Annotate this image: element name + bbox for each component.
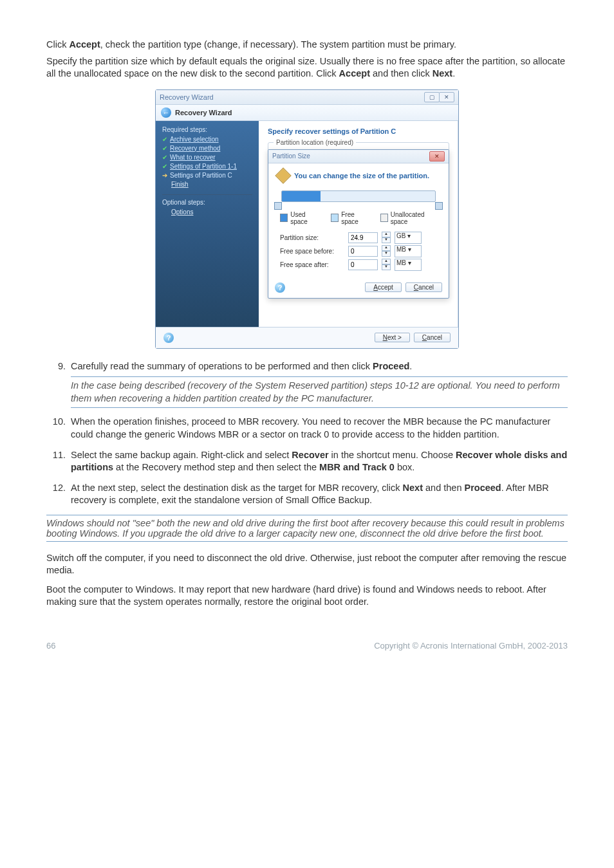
required-steps-label: Required steps: (162, 126, 252, 133)
partition-size-slider[interactable] (281, 190, 436, 202)
wizard-footer: ? Next > Cancel (156, 327, 458, 348)
dialog-titlebar: Partition Size ✕ (268, 150, 449, 163)
subheader-label: Recovery Wizard (175, 109, 232, 116)
dialog-close-button[interactable]: ✕ (429, 151, 445, 162)
kw: Accept (339, 68, 370, 78)
sidebar-item-finish[interactable]: Finish (162, 181, 252, 188)
accept-button[interactable]: Accept (365, 282, 402, 292)
sidebar-item-archive[interactable]: ✔Archive selection (162, 136, 252, 143)
wizard-sidebar: Required steps: ✔Archive selection ✔Reco… (156, 121, 259, 327)
unit-dropdown[interactable]: MB ▾ (395, 245, 422, 257)
kw: Accept (69, 39, 100, 50)
free-after-input[interactable] (348, 259, 378, 270)
slider-handle-right[interactable] (435, 202, 443, 210)
sidebar-item-label: Settings of Partition 1-1 (170, 163, 237, 170)
text: in the shortcut menu. Choose (329, 450, 456, 460)
recovery-wizard-window: Recovery Wizard ▢ ✕ ← Recovery Wizard Re… (155, 89, 459, 349)
sidebar-item-what[interactable]: ✔What to recover (162, 154, 252, 161)
free-after-row: Free space after: ▲▼ MB ▾ (280, 259, 440, 271)
window-title: Recovery Wizard (160, 93, 214, 101)
text: Specify the partition size which by defa… (46, 56, 565, 79)
legend-label: Unallocated space (391, 211, 440, 225)
dialog-message: You can change the size of the partition… (277, 170, 440, 181)
pane-title: Specify recover settings of Partition C (268, 127, 449, 135)
text: Carefully read the summary of operations… (71, 361, 373, 371)
wizard-main-pane: Specify recover settings of Partition C … (259, 121, 458, 327)
step-12: At the next step, select the destination… (68, 482, 568, 507)
close-button[interactable]: ✕ (439, 92, 454, 102)
step-10: When the operation finishes, proceed to … (68, 416, 568, 441)
swatch-icon (280, 214, 288, 222)
unit-dropdown[interactable]: GB ▾ (395, 232, 422, 244)
free-before-row: Free space before: ▲▼ MB ▾ (280, 245, 440, 257)
text: and then click (370, 68, 433, 78)
help-icon[interactable]: ? (163, 333, 174, 343)
text: at the Recovery method step and then sel… (113, 462, 319, 472)
sidebar-item-label: Settings of Partition C (170, 172, 232, 179)
text: At the next step, select the destination… (71, 483, 403, 493)
kw: Proceed (464, 483, 501, 493)
maximize-button[interactable]: ▢ (424, 92, 440, 102)
text: . (452, 68, 455, 78)
page-number: 66 (46, 641, 55, 651)
partition-size-input[interactable] (348, 232, 378, 243)
text: , check the partition type (change, if n… (100, 39, 456, 50)
free-before-input[interactable] (348, 246, 378, 257)
legend-label: Used space (290, 211, 322, 225)
help-icon[interactable]: ? (275, 282, 285, 293)
spinner[interactable]: ▲▼ (382, 232, 391, 243)
wizard-cancel-button[interactable]: Cancel (414, 333, 451, 342)
sidebar-item-method[interactable]: ✔Recovery method (162, 145, 252, 152)
unit-dropdown[interactable]: MB ▾ (395, 259, 422, 271)
step-11: Select the same backup again. Right-clic… (68, 449, 568, 474)
btn-rest: ancel (418, 284, 434, 291)
field-label: Partition size: (280, 234, 344, 241)
final-note: Windows should not "see" both the new an… (46, 515, 568, 542)
step-9-note: In the case being described (recovery of… (71, 376, 568, 408)
cancel-button[interactable]: Cancel (405, 282, 442, 292)
check-icon: ✔ (162, 163, 167, 170)
ruler-icon (275, 167, 291, 183)
sidebar-item-label: Recovery method (170, 145, 220, 152)
field-label: Free space before: (280, 248, 344, 255)
size-legend: Used space Free space Unallocated space (280, 211, 440, 225)
page-footer: 66 Copyright © Acronis International Gmb… (0, 641, 614, 676)
kw: MBR and Track 0 (319, 462, 395, 472)
next-button[interactable]: Next > (375, 333, 410, 342)
check-icon: ✔ (162, 136, 167, 143)
sidebar-item-label: Archive selection (170, 136, 219, 143)
dialog-message-text: You can change the size of the partition… (294, 172, 429, 180)
btn-rest: ccept (378, 284, 393, 291)
back-icon[interactable]: ← (161, 107, 171, 118)
kw: Proceed (373, 361, 409, 371)
fieldset-legend: Partition location (required) (274, 139, 356, 146)
spinner[interactable]: ▲▼ (382, 259, 391, 270)
text: Select the same backup again. Right-clic… (71, 450, 292, 460)
instruction-list: Carefully read the summary of operations… (46, 360, 568, 507)
intro-paragraph-1: Click Accept, check the partition type (… (46, 39, 568, 51)
sidebar-item-settings1[interactable]: ✔Settings of Partition 1-1 (162, 163, 252, 170)
sidebar-item-label: Options (171, 208, 193, 216)
sidebar-item-current: ➔Settings of Partition C (162, 172, 252, 179)
slider-handle-left[interactable] (274, 202, 282, 210)
text: Click (46, 39, 69, 50)
partition-size-row: Partition size: ▲▼ GB ▾ (280, 232, 440, 244)
screenshot-figure: Recovery Wizard ▢ ✕ ← Recovery Wizard Re… (46, 89, 568, 349)
wizard-subheader: ← Recovery Wizard (156, 105, 458, 121)
spinner[interactable]: ▲▼ (382, 245, 391, 257)
swatch-icon (380, 214, 388, 222)
slider-used-region (282, 191, 321, 201)
swatch-icon (331, 214, 339, 222)
tail-paragraph-2: Boot the computer to Windows. It may rep… (46, 584, 568, 609)
kw: Next (403, 483, 423, 493)
sidebar-item-options[interactable]: Options (162, 208, 252, 216)
text: and then (423, 483, 465, 493)
text: box. (395, 462, 414, 472)
sidebar-item-label: What to recover (170, 154, 216, 161)
window-titlebar: Recovery Wizard ▢ ✕ (156, 90, 458, 105)
kw: Next (433, 68, 452, 78)
check-icon: ✔ (162, 145, 167, 152)
legend-label: Free space (341, 211, 371, 225)
field-label: Free space after: (280, 261, 344, 268)
partition-size-dialog: Partition Size ✕ You can change the size… (268, 149, 449, 299)
